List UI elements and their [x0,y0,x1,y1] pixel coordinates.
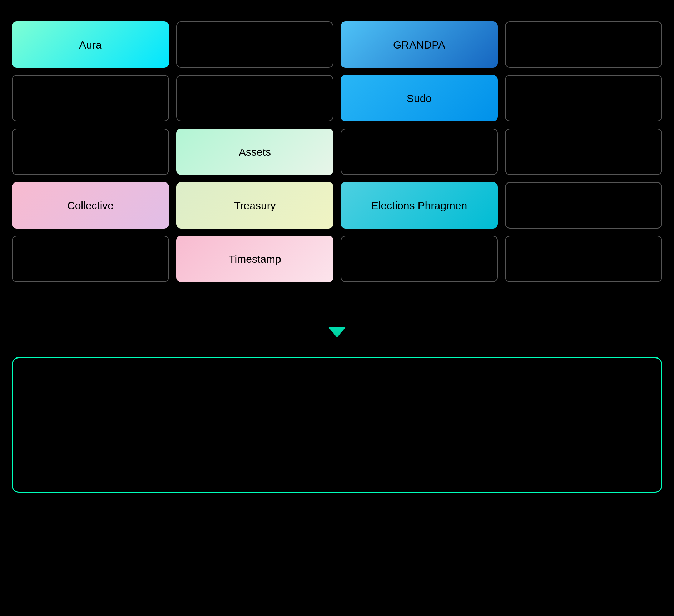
module-grandpa[interactable]: GRANDPA [341,21,498,68]
module-empty-2 [505,21,662,68]
module-aura[interactable]: Aura [12,21,169,68]
module-empty-11 [341,236,498,282]
module-empty-8 [505,129,662,175]
module-elections[interactable]: Elections Phragmen [341,182,498,229]
module-empty-6 [12,129,169,175]
module-empty-5 [505,75,662,121]
module-empty-3 [12,75,169,121]
module-empty-9 [505,182,662,229]
module-treasury[interactable]: Treasury [176,182,333,229]
module-empty-1 [176,21,333,68]
module-empty-4 [176,75,333,121]
module-collective[interactable]: Collective [12,182,169,229]
svg-marker-0 [328,307,346,337]
down-arrow-icon [324,304,350,339]
module-empty-12 [505,236,662,282]
module-timestamp[interactable]: Timestamp [176,236,333,282]
modules-grid: Aura GRANDPA Sudo Assets Collective Trea… [12,21,662,282]
module-empty-10 [12,236,169,282]
module-assets[interactable]: Assets [176,129,333,175]
module-empty-7 [341,129,498,175]
arrow-container [14,304,660,339]
module-sudo[interactable]: Sudo [341,75,498,121]
bottom-output-box [12,357,662,493]
